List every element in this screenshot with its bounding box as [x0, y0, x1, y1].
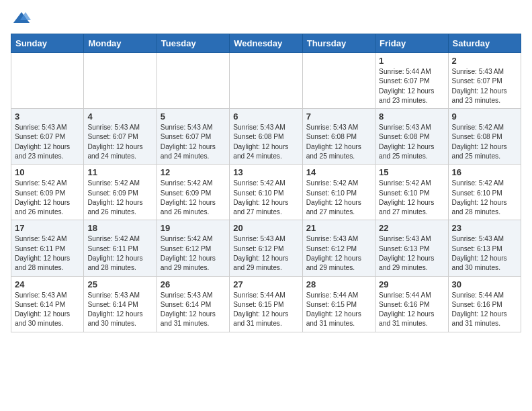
day-number: 20 [233, 223, 298, 233]
calendar-week-row: 1Sunrise: 5:44 AMSunset: 6:07 PMDaylight… [11, 53, 521, 109]
calendar-header-row: SundayMondayTuesdayWednesdayThursdayFrid… [11, 34, 521, 53]
calendar-cell: 1Sunrise: 5:44 AMSunset: 6:07 PMDaylight… [375, 53, 448, 109]
calendar-cell: 23Sunrise: 5:43 AMSunset: 6:13 PMDayligh… [448, 220, 521, 276]
day-number: 3 [15, 111, 80, 122]
cell-content: Sunrise: 5:43 AMSunset: 6:08 PMDaylight:… [233, 123, 298, 161]
cell-content: Sunrise: 5:42 AMSunset: 6:09 PMDaylight:… [15, 179, 80, 217]
day-of-week-header: Tuesday [157, 34, 229, 53]
cell-content: Sunrise: 5:44 AMSunset: 6:15 PMDaylight:… [306, 291, 371, 329]
calendar-cell: 13Sunrise: 5:42 AMSunset: 6:10 PMDayligh… [230, 165, 302, 220]
calendar-cell [157, 53, 229, 109]
calendar-table: SundayMondayTuesdayWednesdayThursdayFrid… [11, 34, 521, 332]
calendar-week-row: 24Sunrise: 5:43 AMSunset: 6:14 PMDayligh… [11, 276, 521, 332]
calendar-cell [302, 53, 375, 109]
day-number: 14 [306, 167, 371, 177]
calendar-cell: 7Sunrise: 5:43 AMSunset: 6:08 PMDaylight… [302, 109, 375, 165]
cell-content: Sunrise: 5:44 AMSunset: 6:16 PMDaylight:… [452, 291, 517, 329]
cell-content: Sunrise: 5:43 AMSunset: 6:12 PMDaylight:… [233, 234, 298, 273]
day-number: 16 [452, 167, 517, 177]
calendar-week-row: 17Sunrise: 5:42 AMSunset: 6:11 PMDayligh… [11, 220, 521, 276]
calendar-cell [11, 53, 84, 109]
day-number: 26 [161, 279, 226, 289]
day-number: 12 [161, 167, 226, 177]
cell-content: Sunrise: 5:43 AMSunset: 6:13 PMDaylight:… [379, 234, 444, 273]
cell-content: Sunrise: 5:42 AMSunset: 6:11 PMDaylight:… [15, 234, 80, 273]
day-number: 5 [161, 111, 226, 122]
day-number: 9 [452, 111, 517, 122]
logo [11, 11, 32, 26]
cell-content: Sunrise: 5:42 AMSunset: 6:10 PMDaylight:… [452, 179, 517, 217]
calendar-cell: 29Sunrise: 5:44 AMSunset: 6:16 PMDayligh… [375, 276, 448, 332]
cell-content: Sunrise: 5:44 AMSunset: 6:16 PMDaylight:… [379, 291, 444, 329]
calendar-cell [230, 53, 302, 109]
cell-content: Sunrise: 5:43 AMSunset: 6:08 PMDaylight:… [306, 123, 371, 161]
cell-content: Sunrise: 5:43 AMSunset: 6:08 PMDaylight:… [379, 123, 444, 161]
day-of-week-header: Wednesday [230, 34, 302, 53]
calendar-cell: 21Sunrise: 5:43 AMSunset: 6:12 PMDayligh… [302, 220, 375, 276]
calendar-cell: 11Sunrise: 5:42 AMSunset: 6:09 PMDayligh… [84, 165, 157, 220]
calendar-cell: 24Sunrise: 5:43 AMSunset: 6:14 PMDayligh… [11, 276, 84, 332]
day-of-week-header: Monday [84, 34, 157, 53]
calendar-cell: 6Sunrise: 5:43 AMSunset: 6:08 PMDaylight… [230, 109, 302, 165]
day-number: 17 [15, 223, 80, 233]
calendar-cell: 22Sunrise: 5:43 AMSunset: 6:13 PMDayligh… [375, 220, 448, 276]
calendar-cell: 4Sunrise: 5:43 AMSunset: 6:07 PMDaylight… [84, 109, 157, 165]
cell-content: Sunrise: 5:43 AMSunset: 6:07 PMDaylight:… [15, 123, 80, 161]
day-number: 27 [233, 279, 298, 289]
calendar-cell: 17Sunrise: 5:42 AMSunset: 6:11 PMDayligh… [11, 220, 84, 276]
calendar-week-row: 10Sunrise: 5:42 AMSunset: 6:09 PMDayligh… [11, 165, 521, 220]
day-of-week-header: Saturday [448, 34, 521, 53]
day-number: 6 [233, 111, 298, 122]
day-number: 24 [15, 279, 80, 289]
cell-content: Sunrise: 5:42 AMSunset: 6:09 PMDaylight:… [161, 179, 226, 217]
day-number: 25 [87, 279, 152, 289]
day-number: 4 [87, 111, 152, 122]
day-number: 18 [87, 223, 152, 233]
calendar-cell: 18Sunrise: 5:42 AMSunset: 6:11 PMDayligh… [84, 220, 157, 276]
day-number: 8 [379, 111, 444, 122]
day-number: 13 [233, 167, 298, 177]
cell-content: Sunrise: 5:43 AMSunset: 6:12 PMDaylight:… [306, 234, 371, 273]
day-number: 1 [379, 56, 444, 66]
day-of-week-header: Thursday [302, 34, 375, 53]
calendar-cell: 20Sunrise: 5:43 AMSunset: 6:12 PMDayligh… [230, 220, 302, 276]
cell-content: Sunrise: 5:42 AMSunset: 6:10 PMDaylight:… [379, 179, 444, 217]
day-number: 22 [379, 223, 444, 233]
calendar-cell: 8Sunrise: 5:43 AMSunset: 6:08 PMDaylight… [375, 109, 448, 165]
cell-content: Sunrise: 5:44 AMSunset: 6:15 PMDaylight:… [233, 291, 298, 329]
calendar-cell [84, 53, 157, 109]
cell-content: Sunrise: 5:42 AMSunset: 6:12 PMDaylight:… [161, 234, 226, 273]
day-number: 29 [379, 279, 444, 289]
day-number: 10 [15, 167, 80, 177]
calendar-cell: 9Sunrise: 5:42 AMSunset: 6:08 PMDaylight… [448, 109, 521, 165]
calendar-week-row: 3Sunrise: 5:43 AMSunset: 6:07 PMDaylight… [11, 109, 521, 165]
day-of-week-header: Sunday [11, 34, 84, 53]
calendar-cell: 5Sunrise: 5:43 AMSunset: 6:07 PMDaylight… [157, 109, 229, 165]
day-number: 30 [452, 279, 517, 289]
page-header [11, 11, 521, 26]
day-number: 21 [306, 223, 371, 233]
day-number: 15 [379, 167, 444, 177]
calendar-cell: 19Sunrise: 5:42 AMSunset: 6:12 PMDayligh… [157, 220, 229, 276]
day-number: 23 [452, 223, 517, 233]
day-number: 28 [306, 279, 371, 289]
calendar-cell: 14Sunrise: 5:42 AMSunset: 6:10 PMDayligh… [302, 165, 375, 220]
cell-content: Sunrise: 5:43 AMSunset: 6:13 PMDaylight:… [452, 234, 517, 273]
calendar-cell: 12Sunrise: 5:42 AMSunset: 6:09 PMDayligh… [157, 165, 229, 220]
day-number: 19 [161, 223, 226, 233]
logo-icon [12, 11, 31, 26]
calendar-cell: 30Sunrise: 5:44 AMSunset: 6:16 PMDayligh… [448, 276, 521, 332]
day-number: 11 [87, 167, 152, 177]
cell-content: Sunrise: 5:42 AMSunset: 6:11 PMDaylight:… [87, 234, 152, 273]
calendar-cell: 28Sunrise: 5:44 AMSunset: 6:15 PMDayligh… [302, 276, 375, 332]
calendar-cell: 10Sunrise: 5:42 AMSunset: 6:09 PMDayligh… [11, 165, 84, 220]
cell-content: Sunrise: 5:43 AMSunset: 6:07 PMDaylight:… [87, 123, 152, 161]
calendar-cell: 16Sunrise: 5:42 AMSunset: 6:10 PMDayligh… [448, 165, 521, 220]
calendar-cell: 26Sunrise: 5:43 AMSunset: 6:14 PMDayligh… [157, 276, 229, 332]
day-number: 7 [306, 111, 371, 122]
calendar-cell: 3Sunrise: 5:43 AMSunset: 6:07 PMDaylight… [11, 109, 84, 165]
cell-content: Sunrise: 5:43 AMSunset: 6:14 PMDaylight:… [87, 291, 152, 329]
cell-content: Sunrise: 5:42 AMSunset: 6:09 PMDaylight:… [87, 179, 152, 217]
cell-content: Sunrise: 5:43 AMSunset: 6:14 PMDaylight:… [161, 291, 226, 329]
calendar-cell: 25Sunrise: 5:43 AMSunset: 6:14 PMDayligh… [84, 276, 157, 332]
